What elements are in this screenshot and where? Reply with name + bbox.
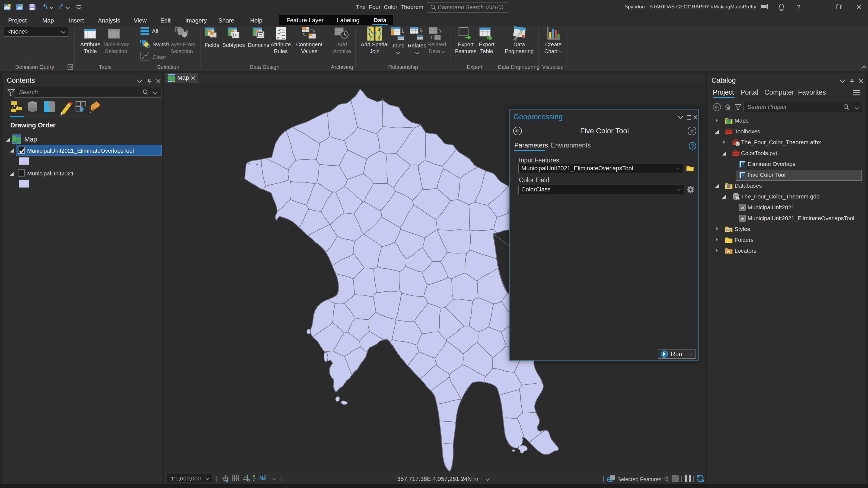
svg-text:?: ? bbox=[691, 143, 694, 149]
svg-text:3: 3 bbox=[378, 35, 380, 39]
svg-text:2: 2 bbox=[378, 27, 380, 32]
svg-text:?: ? bbox=[797, 3, 800, 11]
svg-text:N: N bbox=[259, 475, 263, 481]
